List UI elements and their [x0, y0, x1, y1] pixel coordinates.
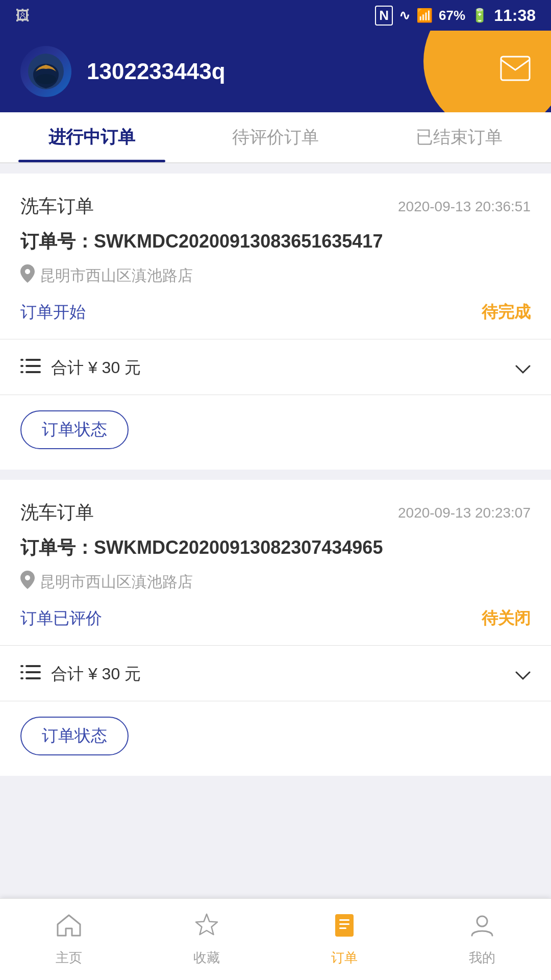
user-icon — [469, 912, 495, 945]
order-status-right-1: 待完成 — [482, 301, 531, 324]
location-text-1: 昆明市西山区滇池路店 — [40, 265, 193, 286]
svg-rect-3 — [26, 359, 41, 361]
orders-icon — [331, 912, 358, 945]
chevron-down-icon-2[interactable] — [515, 664, 531, 685]
order-type-2: 洗车订单 — [20, 500, 94, 525]
signal-icon: 📶 — [416, 8, 433, 23]
svg-rect-6 — [20, 359, 23, 361]
nav-orders-label: 订单 — [331, 949, 358, 967]
order-total-row-2[interactable]: 合计 ¥ 30 元 — [20, 658, 531, 691]
order-header-2: 洗车订单 2020-09-13 20:23:07 — [20, 500, 531, 525]
orders-list: 洗车订单 2020-09-13 20:36:51 订单号：SWKMDC20200… — [0, 163, 551, 878]
svg-rect-5 — [26, 371, 41, 373]
tab-ended-orders[interactable]: 已结束订单 — [367, 112, 551, 162]
tabs-container: 进行中订单 待评价订单 已结束订单 — [0, 112, 551, 163]
order-status-left-1: 订单开始 — [20, 301, 86, 324]
chevron-down-icon-1[interactable] — [515, 357, 531, 379]
svg-rect-12 — [20, 665, 23, 667]
nav-mine-label: 我的 — [469, 949, 495, 967]
svg-rect-17 — [339, 923, 349, 925]
svg-point-1 — [36, 74, 56, 84]
svg-rect-18 — [339, 927, 346, 929]
tab-active-orders[interactable]: 进行中订单 — [0, 112, 184, 162]
photo-icon: 🖼 — [15, 7, 30, 24]
order-divider-1a — [0, 339, 551, 339]
order-divider-1b — [0, 395, 551, 395]
order-status-row-2: 订单已评价 待关闭 — [20, 607, 531, 630]
location-icon-1 — [20, 264, 35, 287]
header-left: 1302233443q — [20, 46, 226, 97]
battery-icon: 🔋 — [471, 8, 488, 23]
avatar-image — [20, 46, 71, 97]
order-total-row-1[interactable]: 合计 ¥ 30 元 — [20, 352, 531, 384]
svg-rect-8 — [20, 371, 23, 373]
svg-rect-14 — [20, 677, 23, 679]
mail-button[interactable] — [500, 56, 531, 87]
status-bar-right: N ∿ 📶 67% 🔋 11:38 — [375, 6, 536, 26]
status-bar: 🖼 N ∿ 📶 67% 🔋 11:38 — [0, 0, 551, 31]
nav-home-label: 主页 — [56, 949, 82, 967]
order-type-1: 洗车订单 — [20, 194, 94, 219]
avatar — [20, 46, 71, 97]
nav-mine[interactable]: 我的 — [413, 899, 551, 980]
svg-rect-2 — [501, 57, 530, 80]
username-display: 1302233443q — [87, 59, 226, 84]
bottom-nav: 主页 收藏 订单 我的 — [0, 898, 551, 980]
order-number-2: 订单号：SWKMDC20200913082307434965 — [20, 535, 531, 560]
order-time-1: 2020-09-13 20:36:51 — [398, 199, 531, 215]
order-number-1: 订单号：SWKMDC20200913083651635417 — [20, 229, 531, 254]
order-total-left-1: 合计 ¥ 30 元 — [20, 357, 141, 379]
svg-rect-15 — [335, 914, 354, 937]
order-time-2: 2020-09-13 20:23:07 — [398, 505, 531, 521]
nav-orders[interactable]: 订单 — [276, 899, 413, 980]
header-decoration — [423, 31, 551, 112]
order-header-1: 洗车订单 2020-09-13 20:36:51 — [20, 194, 531, 219]
status-bar-left: 🖼 — [15, 7, 30, 24]
order-status-btn-2[interactable]: 订单状态 — [20, 717, 129, 755]
home-icon — [56, 912, 82, 945]
svg-rect-4 — [26, 365, 41, 367]
order-status-right-2: 待关闭 — [482, 607, 531, 630]
location-icon-2 — [20, 571, 35, 593]
nav-home[interactable]: 主页 — [0, 899, 138, 980]
order-total-text-2: 合计 ¥ 30 元 — [51, 663, 141, 685]
star-icon — [193, 912, 220, 945]
order-total-left-2: 合计 ¥ 30 元 — [20, 663, 141, 685]
list-icon-1 — [20, 357, 41, 379]
order-location-2: 昆明市西山区滇池路店 — [20, 571, 531, 593]
location-text-2: 昆明市西山区滇池路店 — [40, 572, 193, 593]
order-status-btn-1[interactable]: 订单状态 — [20, 410, 129, 449]
order-card-1: 洗车订单 2020-09-13 20:36:51 订单号：SWKMDC20200… — [0, 174, 551, 470]
time-display: 11:38 — [494, 6, 536, 25]
svg-rect-16 — [339, 919, 349, 921]
nav-favorites[interactable]: 收藏 — [138, 899, 276, 980]
order-location-1: 昆明市西山区滇池路店 — [20, 264, 531, 287]
battery-percent: 67% — [439, 8, 465, 23]
nav-favorites-label: 收藏 — [193, 949, 220, 967]
list-icon-2 — [20, 664, 41, 685]
order-divider-2b — [0, 701, 551, 701]
svg-rect-10 — [26, 671, 41, 673]
svg-rect-11 — [26, 677, 41, 679]
order-status-row-1: 订单开始 待完成 — [20, 301, 531, 324]
order-status-left-2: 订单已评价 — [20, 607, 102, 630]
order-card-2: 洗车订单 2020-09-13 20:23:07 订单号：SWKMDC20200… — [0, 480, 551, 776]
order-total-text-1: 合计 ¥ 30 元 — [51, 357, 141, 379]
order-divider-2a — [0, 645, 551, 646]
svg-rect-9 — [26, 665, 41, 667]
svg-rect-13 — [20, 671, 23, 673]
nfc-icon: N — [375, 6, 393, 26]
tab-pending-orders[interactable]: 待评价订单 — [184, 112, 367, 162]
svg-point-19 — [477, 916, 487, 926]
header: 1302233443q — [0, 31, 551, 112]
wifi-icon: ∿ — [399, 8, 410, 23]
svg-rect-7 — [20, 365, 23, 367]
